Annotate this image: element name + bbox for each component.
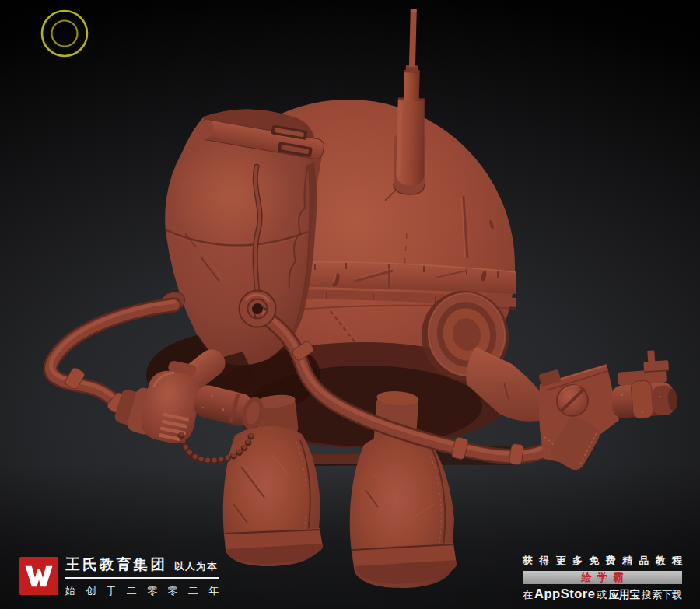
promo-line: 获得更多免费精品教程 [523,554,682,568]
company-logo-w-icon [23,563,54,590]
company-name: 王氏教育集团 [65,557,165,572]
download-or: 或 [597,588,607,602]
app-promo: 获得更多免费精品教程 绘学霸 在 AppStore 或 应用宝 搜索下载 [523,554,682,602]
download-line: 在 AppStore 或 应用宝 搜索下载 [523,586,682,602]
sculpt-app-window: { "viewport": { "background_top": "#0000… [0,0,700,609]
company-watermark: 王氏教育集团 以人为本 始创于二零零二年 [19,557,219,598]
company-logo [19,557,58,595]
robot-antenna [394,9,429,195]
store-yingyongbao: 应用宝 [608,588,640,602]
robot-gun-right [538,349,678,474]
robot-leg-left [223,426,323,566]
download-prefix: 在 [523,588,533,602]
app-name: 绘学霸 [576,572,629,583]
app-name-bar: 绘学霸 [523,571,682,584]
robot-cable-ring [243,295,271,323]
sculpt-viewport[interactable]: 王氏教育集团 以人为本 始创于二零零二年 获得更多免费精品教程 绘学霸 在 Ap… [0,0,700,609]
company-slogan: 以人为本 [174,560,218,573]
brush-size-cursor-icon [42,11,87,56]
watermark-divider [65,577,219,579]
robot-model-canvas [0,0,700,609]
download-suffix: 搜索下载 [642,588,682,602]
company-established: 始创于二零零二年 [65,584,219,598]
robot-model [51,9,678,588]
store-appstore: AppStore [534,586,595,601]
